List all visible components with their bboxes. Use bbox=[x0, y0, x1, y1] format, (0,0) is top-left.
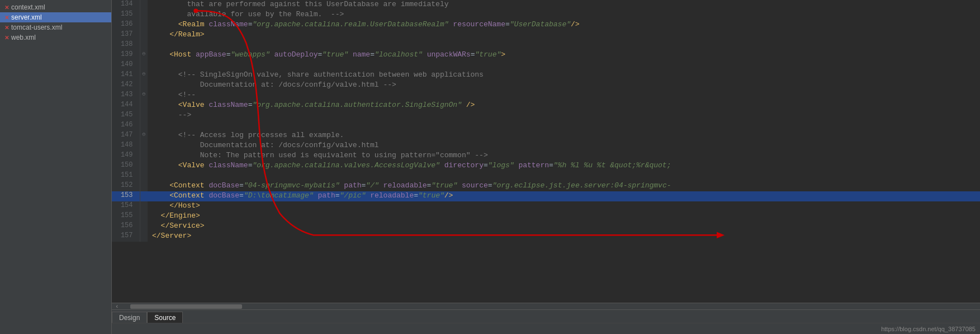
fold-indicator[interactable] bbox=[140, 201, 148, 211]
line-number: 141 bbox=[112, 70, 140, 81]
fold-indicator[interactable] bbox=[140, 40, 148, 50]
line-content: <!-- bbox=[148, 91, 980, 101]
table-row: 135 available for use by the Realm. --> bbox=[112, 10, 980, 20]
fold-indicator[interactable] bbox=[140, 0, 148, 10]
fold-indicator[interactable] bbox=[140, 60, 148, 70]
sidebar-item-context-xml[interactable]: ✕ context.xml bbox=[0, 2, 111, 12]
line-number: 140 bbox=[112, 60, 140, 70]
fold-indicator[interactable] bbox=[140, 161, 148, 171]
line-number: 136 bbox=[112, 20, 140, 30]
sidebar-item-web-xml[interactable]: ✕ web.xml bbox=[0, 32, 111, 43]
fold-indicator[interactable]: ⊖ bbox=[140, 50, 148, 60]
line-content: <!-- Access log processes all example. bbox=[148, 131, 980, 141]
fold-indicator[interactable] bbox=[140, 232, 148, 242]
status-url: https://blog.csdn.net/qq_38737085 bbox=[881, 326, 976, 332]
bottom-tabs: Design Source bbox=[112, 309, 980, 323]
table-row: 149 Note: The pattern used is equivalent… bbox=[112, 151, 980, 161]
close-icon[interactable]: ✕ bbox=[4, 4, 9, 11]
table-row: 151 bbox=[112, 171, 980, 181]
line-content: <Context docBase="D:\tomcatimage" path="… bbox=[148, 191, 980, 201]
fold-indicator[interactable] bbox=[140, 101, 148, 111]
table-row: 148 Documentation at: /docs/config/valve… bbox=[112, 141, 980, 151]
line-number: 153 bbox=[112, 191, 140, 201]
tab-design-label: Design bbox=[119, 314, 140, 322]
tab-source[interactable]: Source bbox=[147, 312, 183, 323]
tab-source-label: Source bbox=[154, 314, 176, 322]
line-number: 149 bbox=[112, 151, 140, 161]
line-content bbox=[148, 121, 980, 131]
line-content: available for use by the Realm. --> bbox=[148, 10, 980, 20]
line-content: that are performed against this UserData… bbox=[148, 0, 980, 10]
fold-indicator[interactable] bbox=[140, 121, 148, 131]
line-content: <!-- SingleSignOn valve, share authentic… bbox=[148, 70, 980, 81]
sidebar-item-tomcat-users-xml[interactable]: ✕ tomcat-users.xml bbox=[0, 22, 111, 32]
editor-area: 134 that are performed against this User… bbox=[112, 0, 980, 334]
line-number: 148 bbox=[112, 141, 140, 151]
line-content: Note: The pattern used is equivalent to … bbox=[148, 151, 980, 161]
table-row: 154 </Host> bbox=[112, 201, 980, 211]
sidebar-item-server-xml[interactable]: ✕ server.xml bbox=[0, 12, 111, 22]
line-number: 147 bbox=[112, 131, 140, 141]
close-icon[interactable]: ✕ bbox=[4, 25, 9, 31]
fold-indicator[interactable] bbox=[140, 111, 148, 121]
fold-indicator[interactable] bbox=[140, 211, 148, 222]
line-number: 150 bbox=[112, 161, 140, 171]
line-number: 134 bbox=[112, 0, 140, 10]
fold-indicator[interactable]: ⊖ bbox=[140, 70, 148, 81]
fold-indicator[interactable] bbox=[140, 171, 148, 181]
fold-indicator[interactable] bbox=[140, 141, 148, 151]
line-number: 143 bbox=[112, 91, 140, 101]
table-row: 141 ⊖ <!-- SingleSignOn valve, share aut… bbox=[112, 70, 980, 81]
table-row: 156 </Service> bbox=[112, 222, 980, 232]
fold-indicator[interactable]: ⊖ bbox=[140, 91, 148, 101]
line-content bbox=[148, 60, 980, 70]
fold-indicator[interactable] bbox=[140, 151, 148, 161]
fold-indicator[interactable] bbox=[140, 191, 148, 201]
line-content: <Valve className="org.apache.catalina.au… bbox=[148, 101, 980, 111]
line-number: 144 bbox=[112, 101, 140, 111]
line-number: 156 bbox=[112, 222, 140, 232]
sidebar-item-label: server.xml bbox=[11, 13, 42, 21]
table-row: 146 bbox=[112, 121, 980, 131]
fold-indicator[interactable] bbox=[140, 81, 148, 91]
line-number: 154 bbox=[112, 201, 140, 211]
line-number: 135 bbox=[112, 10, 140, 20]
line-content: <Host appBase="webapps" autoDeploy="true… bbox=[148, 50, 980, 60]
table-row: 137 </Realm> bbox=[112, 30, 980, 40]
table-row: 145 --> bbox=[112, 111, 980, 121]
fold-indicator[interactable] bbox=[140, 181, 148, 191]
table-row: 139 ⊖ <Host appBase="webapps" autoDeploy… bbox=[112, 50, 980, 60]
horizontal-scrollbar[interactable]: ‹ bbox=[112, 303, 980, 309]
table-row: 143 ⊖ <!-- bbox=[112, 91, 980, 101]
close-icon[interactable]: ✕ bbox=[4, 35, 9, 41]
code-container[interactable]: 134 that are performed against this User… bbox=[112, 0, 980, 303]
fold-indicator[interactable] bbox=[140, 10, 148, 20]
scrollbar-thumb[interactable] bbox=[130, 304, 242, 309]
line-content: </Server> bbox=[148, 232, 980, 242]
line-number: 146 bbox=[112, 121, 140, 131]
table-row: 136 <Realm className="org.apache.catalin… bbox=[112, 20, 980, 30]
tab-design[interactable]: Design bbox=[112, 312, 147, 323]
sidebar-item-label: context.xml bbox=[11, 3, 45, 11]
table-row: 138 bbox=[112, 40, 980, 50]
line-content: <Realm className="org.apache.catalina.re… bbox=[148, 20, 980, 30]
line-number: 138 bbox=[112, 40, 140, 50]
line-content: </Realm> bbox=[148, 30, 980, 40]
line-number: 145 bbox=[112, 111, 140, 121]
line-content: </Engine> bbox=[148, 211, 980, 222]
table-row: 153 <Context docBase="D:\tomcatimage" pa… bbox=[112, 191, 980, 201]
line-number: 142 bbox=[112, 81, 140, 91]
fold-indicator[interactable] bbox=[140, 30, 148, 40]
table-row: 147 ⊖ <!-- Access log processes all exam… bbox=[112, 131, 980, 141]
line-number: 137 bbox=[112, 30, 140, 40]
table-row: 140 bbox=[112, 60, 980, 70]
fold-indicator[interactable] bbox=[140, 222, 148, 232]
table-row: 157 </Server> bbox=[112, 232, 980, 242]
table-row: 152 <Context docBase="04-springmvc-mybat… bbox=[112, 181, 980, 191]
line-content bbox=[148, 40, 980, 50]
fold-indicator[interactable] bbox=[140, 20, 148, 30]
close-icon[interactable]: ✕ bbox=[4, 15, 9, 21]
fold-indicator[interactable]: ⊖ bbox=[140, 131, 148, 141]
table-row: 134 that are performed against this User… bbox=[112, 0, 980, 10]
sidebar-item-label: tomcat-users.xml bbox=[11, 23, 62, 31]
